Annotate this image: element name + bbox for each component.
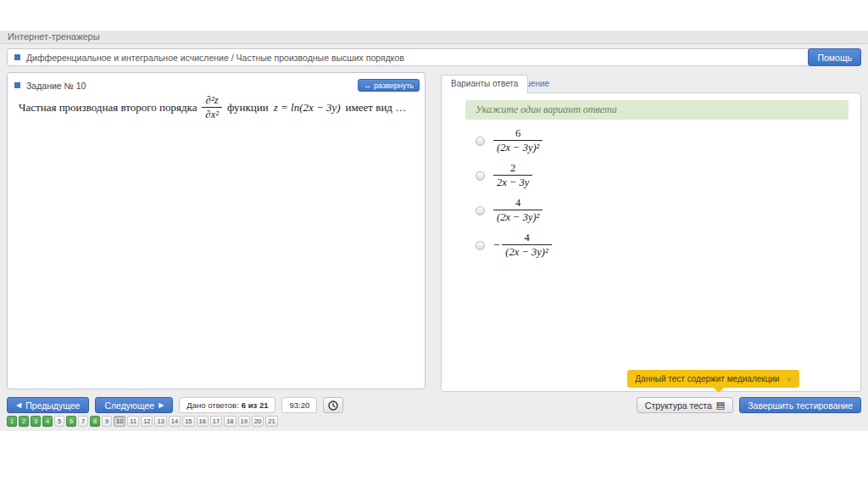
module-bullet-icon [14,54,20,60]
radio-icon[interactable] [476,206,485,216]
page-button-8[interactable]: 8 [90,416,100,427]
question-pagination: 1 2 3 4 5 6 7 8 9 10 11 12 13 14 15 16 1… [7,416,278,427]
fraction-denominator: (2x − 3y)² [493,140,542,154]
page-button-15[interactable]: 15 [182,416,194,427]
option-fraction: 4 (2x − 3y)² [493,197,542,224]
clock-icon [328,400,338,411]
page-button-18[interactable]: 18 [224,416,236,427]
previous-button[interactable]: ◀ Предыдущее [7,397,89,413]
fraction-numerator: 4 [520,232,532,244]
answers-panel: Укажите один вариант ответа 6 (2x − 3y)²… [441,92,861,392]
timer: 93:20 [281,397,317,413]
expand-button[interactable]: ↔ развернуть [358,79,420,92]
finish-test-button[interactable]: Завершить тестирование [739,397,861,413]
answer-option-2[interactable]: 2 2x − 3y [476,162,860,189]
question-after: имеет вид … [346,101,407,115]
next-button[interactable]: Следующее ▶ [95,397,173,413]
option-fraction: 6 (2x − 3y)² [493,127,542,154]
radio-icon[interactable] [476,137,485,146]
question-middle: функции [227,101,269,115]
fraction-denominator: (2x − 3y)² [493,210,542,224]
fraction-denominator: ∂x² [202,107,221,121]
question-text: Частная производная второго порядка ∂²z … [19,94,406,121]
page-button-3[interactable]: 3 [31,416,41,427]
instruction-banner: Укажите один вариант ответа [465,100,849,120]
expand-icon: ↔ [364,81,371,90]
footer-actions: Структура теста ▤ Завершить тестирование [637,397,861,413]
page-button-4[interactable]: 4 [42,416,53,427]
fraction-numerator: 2 [507,162,519,175]
fraction-numerator: ∂²z [203,94,222,107]
tooltip-close-icon[interactable]: × [787,374,792,384]
page-button-10[interactable]: 10 [114,416,125,427]
page-button-14[interactable]: 14 [169,416,181,427]
answer-option-1[interactable]: 6 (2x − 3y)² [476,127,860,154]
question-formula: z = ln(2x − 3y) [274,101,341,115]
previous-arrow-icon: ◀ [16,401,21,409]
task-panel-header: Задание № 10 ↔ развернуть [8,73,425,92]
fraction-denominator: 2x − 3y [493,175,532,189]
radio-icon[interactable] [476,241,485,250]
task-panel: Задание № 10 ↔ развернуть Частная произв… [7,72,426,389]
expand-label: развернуть [374,81,414,90]
answer-option-4[interactable]: − 4 (2x − 3y)² [476,232,860,259]
question-fraction: ∂²z ∂x² [202,94,221,121]
option-fraction: 2 2x − 3y [493,162,532,189]
page-button-6[interactable]: 6 [66,416,76,427]
option-fraction: 4 (2x − 3y)² [502,232,551,259]
app-title: Интернет-тренажеры [8,31,100,42]
tab-answer-options[interactable]: Варианты ответа [441,75,528,93]
structure-icon: ▤ [716,400,725,411]
question-before: Частная производная второго порядка [19,101,197,115]
page-button-13[interactable]: 13 [154,416,166,427]
next-arrow-icon: ▶ [159,401,164,409]
page-button-16[interactable]: 16 [197,416,209,427]
page-button-5[interactable]: 5 [54,416,64,427]
task-bullet-icon [14,82,20,88]
content-area: Дифференциальное и интегральное исчислен… [0,44,868,431]
fraction-numerator: 4 [512,197,524,210]
page-button-2[interactable]: 2 [19,416,29,427]
answers-count-label: Дано ответов: [186,400,238,410]
page-button-17[interactable]: 17 [210,416,222,427]
media-lectures-tooltip: Данный тест содержит медиалекции × [627,370,799,388]
app-window: Интернет-тренажеры Дифференциальное и ин… [0,0,868,487]
page-button-19[interactable]: 19 [238,416,250,427]
previous-label: Предыдущее [25,400,80,411]
fraction-numerator: 6 [512,127,524,140]
help-button[interactable]: Помощь [808,48,861,66]
test-structure-label: Структура теста [645,400,712,411]
page-button-7[interactable]: 7 [78,416,88,427]
answers-count-value: 6 из 21 [242,400,269,410]
option-sign: − [493,238,499,252]
page-button-21[interactable]: 21 [265,416,277,427]
breadcrumb-text: Дифференциальное и интегральное исчислен… [26,53,404,63]
task-title: Задание № 10 [26,81,358,91]
page-button-12[interactable]: 12 [141,416,153,427]
answers-count: Дано ответов: 6 из 21 [179,397,275,413]
tooltip-arrow [713,387,725,393]
footer-navigation: ◀ Предыдущее Следующее ▶ Дано ответов: 6… [7,397,343,413]
fraction-denominator: (2x − 3y)² [502,244,551,259]
test-structure-button[interactable]: Структура теста ▤ [637,397,733,413]
page-button-20[interactable]: 20 [252,416,264,427]
breadcrumb: Дифференциальное и интегральное исчислен… [7,48,812,66]
tooltip-text: Данный тест содержит медиалекции [635,374,779,383]
answer-option-3[interactable]: 4 (2x − 3y)² [476,197,860,224]
next-label: Следующее [104,400,154,411]
page-button-9[interactable]: 9 [102,416,112,427]
page-button-1[interactable]: 1 [7,416,17,427]
timer-toggle-button[interactable] [323,397,343,413]
page-button-11[interactable]: 11 [127,416,139,427]
app-header: Интернет-тренажеры [0,31,868,44]
radio-icon[interactable] [476,171,485,181]
